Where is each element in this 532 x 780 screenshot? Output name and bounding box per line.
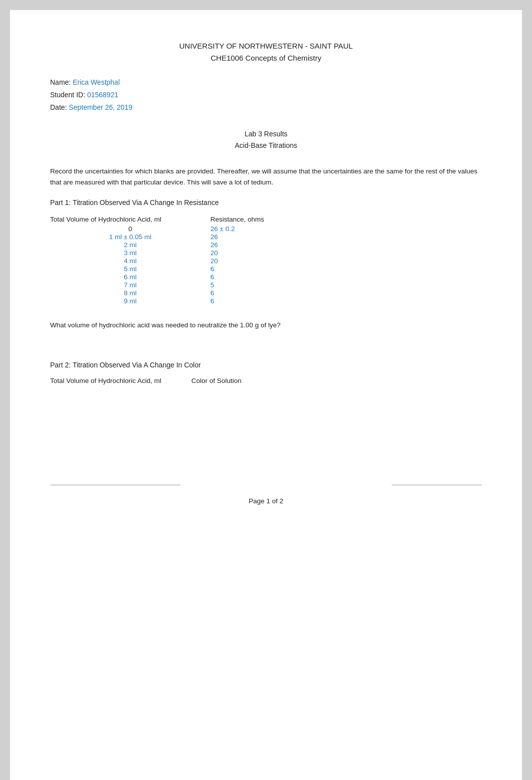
cell-volume-9: 9 ml: [50, 297, 210, 305]
student-info: Name: Erica Westphal Student ID: 0156892…: [50, 76, 482, 114]
table-row: 7 ml5: [50, 281, 482, 289]
table-header-row: Total Volume of Hydrochloric Acid, ml Re…: [50, 216, 482, 223]
table-row: 3 ml20: [50, 249, 482, 257]
cell-volume-8: 8 ml: [50, 289, 210, 297]
cell-resistance-7: 5: [210, 281, 214, 289]
cell-resistance-0: 26 ± 0.2: [210, 225, 235, 233]
document-header: UNIVERSITY OF NORTHWESTERN - SAINT PAUL …: [50, 40, 482, 64]
part1-table: Total Volume of Hydrochloric Acid, ml Re…: [50, 216, 482, 305]
part2-col2-header: Color of Solution: [191, 377, 241, 384]
cell-volume-6: 6 ml: [50, 273, 210, 281]
lab-title-line2: Acid-Base Titrations: [50, 140, 482, 152]
table-row: 5 ml6: [50, 265, 482, 273]
date-value: September 26, 2019: [69, 103, 132, 111]
footer-line-left: [50, 485, 180, 485]
student-date-row: Date: September 26, 2019: [50, 101, 482, 114]
cell-volume-7: 7 ml: [50, 281, 210, 289]
cell-volume-5: 5 ml: [50, 265, 210, 273]
cell-resistance-2: 26: [210, 241, 218, 249]
cell-volume-4: 4 ml: [50, 257, 210, 265]
instructions-text: Record the uncertainties for which blank…: [50, 166, 482, 187]
document-page: UNIVERSITY OF NORTHWESTERN - SAINT PAUL …: [10, 10, 522, 780]
table-row: 1 ml ± 0.05 ml26: [50, 233, 482, 241]
id-value: 01568921: [87, 91, 118, 99]
cell-resistance-3: 20: [210, 249, 218, 257]
lab-title-line1: Lab 3 Results: [50, 128, 482, 140]
cell-resistance-4: 20: [210, 257, 218, 265]
col1-header: Total Volume of Hydrochloric Acid, ml: [50, 216, 210, 223]
date-label: Date:: [50, 103, 67, 111]
cell-resistance-8: 6: [210, 289, 214, 297]
part2-col1-header: Total Volume of Hydrochloric Acid, ml: [50, 377, 161, 384]
part1-heading: Part 1: Titration Observed Via A Change …: [50, 199, 482, 207]
table-row: 0 26 ± 0.2: [50, 225, 482, 233]
header-line1: UNIVERSITY OF NORTHWESTERN - SAINT PAUL: [50, 40, 482, 52]
cell-volume-3: 3 ml: [50, 249, 210, 257]
cell-resistance-1: 26: [210, 233, 218, 241]
name-label: Name:: [50, 78, 71, 86]
part2-heading: Part 2: Titration Observed Via A Change …: [50, 361, 482, 369]
col2-header: Resistance, ohms: [210, 216, 264, 223]
footer-dividers: [50, 485, 482, 485]
cell-resistance-6: 6: [210, 273, 214, 281]
table-row: 2 ml26: [50, 241, 482, 249]
lab-title: Lab 3 Results Acid-Base Titrations: [50, 128, 482, 152]
cell-resistance-5: 6: [210, 265, 214, 273]
student-id-row: Student ID: 01568921: [50, 89, 482, 101]
table-row: 6 ml6: [50, 273, 482, 281]
table-row: 8 ml6: [50, 289, 482, 297]
table-row: 9 ml6: [50, 297, 482, 305]
cell-volume-2: 2 ml: [50, 241, 210, 249]
cell-volume-0: 0: [50, 225, 210, 233]
cell-volume-1: 1 ml ± 0.05 ml: [50, 233, 210, 241]
cell-resistance-9: 6: [210, 297, 214, 305]
footer-line-right: [392, 485, 482, 485]
table-rows: 1 ml ± 0.05 ml262 ml263 ml204 ml205 ml66…: [50, 233, 482, 305]
student-name-row: Name: Erica Westphal: [50, 76, 482, 89]
table-row: 4 ml20: [50, 257, 482, 265]
id-label: Student ID:: [50, 91, 85, 99]
header-line2: CHE1006 Concepts of Chemistry: [50, 52, 482, 64]
name-value: Erica Westphal: [73, 78, 120, 86]
question-text: What volume of hydrochloric acid was nee…: [50, 320, 482, 331]
page-number: Page 1 of 2: [50, 497, 482, 505]
part2-table-header: Total Volume of Hydrochloric Acid, ml Co…: [50, 377, 482, 384]
